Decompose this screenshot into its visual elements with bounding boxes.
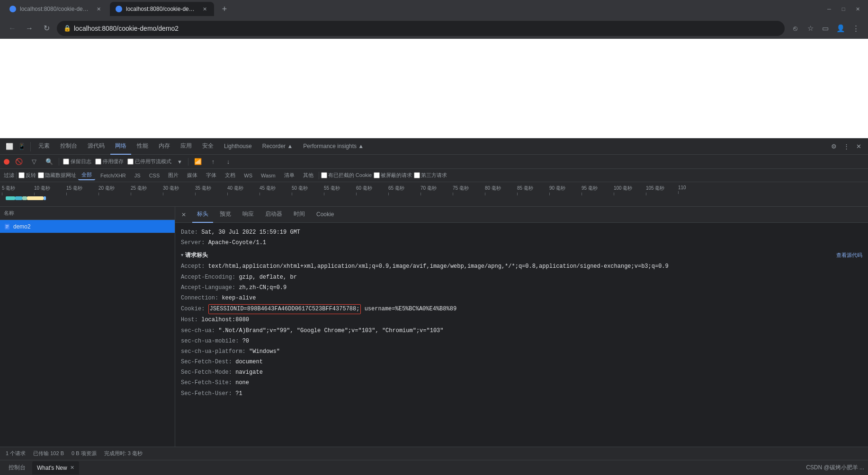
header-sec-ch-ua: sec-ch-ua: ".Not/A)Brand";v="99", "Googl…	[181, 326, 862, 335]
header-sec-ch-ua-platform: sec-ch-ua-platform: "Windows"	[181, 347, 862, 356]
tab-1-close[interactable]: ✕	[95, 5, 102, 13]
type-media-btn[interactable]: 媒体	[184, 171, 201, 180]
url-bar[interactable]: 🔒 localhost:8080/cookie-demo/demo2	[57, 21, 785, 36]
tab-network[interactable]: 网络	[110, 139, 131, 155]
detail-tab-headers[interactable]: 标头	[192, 207, 213, 223]
devtools-toolbar: ⬜ 📱 元素 控制台 源代码 网络 性能 内存 应用 安全 Lighthouse…	[0, 139, 868, 155]
disable-cache-checkbox[interactable]: 停用缓存	[95, 158, 124, 165]
tab-elements[interactable]: 元素	[34, 139, 54, 155]
address-bar-actions: ⎋ ☆ ▭ 👤 ⋮	[788, 22, 862, 35]
offline-mode-label[interactable]: 已停用节流模式	[127, 158, 171, 165]
type-js-btn[interactable]: JS	[131, 172, 144, 179]
tab-memory[interactable]: 内存	[154, 139, 175, 155]
type-font-btn[interactable]: 字体	[203, 171, 220, 180]
header-accept-language: Accept-Language: zh,zh-CN;q=0.9	[181, 283, 862, 292]
request-item-demo2[interactable]: demo2	[0, 220, 175, 233]
hide-data-checkbox[interactable]: 隐藏数据网址	[38, 172, 76, 179]
bottom-tab-whats-new[interactable]: What's New ✕	[32, 461, 79, 475]
type-wasm-btn[interactable]: Wasm	[258, 172, 279, 179]
wifi-icon[interactable]: 📶	[192, 156, 204, 167]
filter-sep-1	[59, 158, 59, 166]
new-tab-button[interactable]: +	[218, 2, 231, 16]
tab-recorder[interactable]: Recorder ▲	[258, 139, 298, 155]
bookmark-icon[interactable]: ☆	[804, 22, 817, 35]
filter-icon[interactable]: ▽	[28, 156, 40, 167]
detail-tab-response[interactable]: 响应	[238, 207, 259, 223]
type-all-btn[interactable]: 全部	[78, 170, 95, 180]
tab-application[interactable]: 应用	[176, 139, 197, 155]
tab-performance[interactable]: 性能	[132, 139, 153, 155]
timeline-tick: 110	[678, 185, 710, 194]
type-manifest-btn[interactable]: 清单	[281, 171, 298, 180]
header-sec-fetch-dest: Sec-Fetch-Dest: document	[181, 358, 862, 367]
whats-new-close-icon[interactable]: ✕	[70, 465, 74, 471]
tab-lighthouse[interactable]: Lighthouse	[219, 139, 257, 155]
close-devtools-icon[interactable]: ✕	[853, 141, 864, 152]
tab-console[interactable]: 控制台	[55, 139, 82, 155]
blocked-cookies-checkbox[interactable]: 有已拦截的 Cookie	[321, 172, 372, 179]
sidebar-icon[interactable]: ▭	[819, 22, 832, 35]
request-headers-section[interactable]: 请求标头 查看源代码	[181, 251, 862, 259]
cookie-highlight-value: JSESSIONID=898B4643FA46DD0617C523BFF4375…	[208, 304, 361, 314]
timeline-tick: 25 毫秒	[131, 185, 163, 195]
throttle-dropdown[interactable]: ▼	[175, 159, 184, 165]
type-css-btn[interactable]: CSS	[146, 172, 163, 179]
upload-icon[interactable]: ↑	[207, 156, 219, 167]
tab-sources[interactable]: 源代码	[83, 139, 109, 155]
timeline-tick: 20 毫秒	[98, 185, 131, 195]
timeline-ruler: 5 毫秒10 毫秒15 毫秒20 毫秒25 毫秒30 毫秒35 毫秒40 毫秒4…	[0, 182, 868, 195]
tab-1-label: localhost:8080/cookie-demo/...	[20, 6, 91, 12]
search-network-icon[interactable]: 🔍	[44, 156, 55, 167]
tab-1[interactable]: localhost:8080/cookie-demo/... ✕	[4, 2, 108, 16]
tab-2-label: localhost:8080/cookie-demo/...	[126, 6, 197, 12]
download-icon[interactable]: ↓	[223, 156, 234, 167]
more-options-icon[interactable]: ⋮	[841, 141, 852, 152]
timeline-tick: 105 毫秒	[646, 185, 678, 195]
request-list-header: 名称	[0, 207, 175, 220]
tab-security[interactable]: 安全	[197, 139, 218, 155]
close-details-button[interactable]: ✕	[179, 210, 188, 220]
tab-2-close[interactable]: ✕	[201, 5, 208, 13]
blocked-requests-checkbox[interactable]: 被屏蔽的请求	[374, 172, 412, 179]
svg-rect-3	[6, 228, 8, 228]
settings-icon[interactable]: ⚙	[828, 141, 840, 152]
type-fetch-xhr-btn[interactable]: Fetch/XHR	[97, 172, 129, 179]
detail-tab-cookie[interactable]: Cookie	[312, 207, 339, 223]
toolbar-separator-1	[30, 142, 31, 151]
view-source-link[interactable]: 查看源代码	[836, 252, 862, 259]
third-party-checkbox[interactable]: 第三方请求	[414, 172, 447, 179]
clear-button[interactable]: 🚫	[13, 156, 25, 167]
preserve-log-checkbox[interactable]: 保留日志	[63, 158, 91, 165]
record-button[interactable]	[4, 159, 9, 165]
timeline-tick: 15 毫秒	[66, 185, 98, 195]
type-img-btn[interactable]: 图片	[165, 171, 182, 180]
type-ws-btn[interactable]: WS	[241, 172, 256, 179]
maximize-button[interactable]: □	[837, 2, 850, 16]
minimize-button[interactable]: ─	[823, 2, 836, 16]
close-button[interactable]: ✕	[851, 2, 864, 16]
share-icon[interactable]: ⎋	[788, 22, 802, 35]
type-doc-btn[interactable]: 文档	[222, 171, 239, 180]
tab-performance-insights[interactable]: Performance insights ▲	[298, 139, 368, 155]
devtools-inspect-icon[interactable]: ⬜	[4, 141, 15, 152]
menu-icon[interactable]: ⋮	[849, 22, 862, 35]
timeline-tick: 85 毫秒	[517, 185, 549, 195]
tab-2[interactable]: localhost:8080/cookie-demo/... ✕	[110, 2, 214, 16]
detail-tab-initiator[interactable]: 启动器	[260, 207, 287, 223]
devtools-device-icon[interactable]: 📱	[16, 141, 27, 152]
profile-icon[interactable]: 👤	[834, 22, 847, 35]
filter-type-bar: 过滤 反转 隐藏数据网址 全部 Fetch/XHR JS CSS 图片 媒体 字…	[0, 169, 868, 182]
bottom-tab-console[interactable]: 控制台	[4, 461, 30, 475]
type-other-btn[interactable]: 其他	[300, 171, 317, 180]
refresh-button[interactable]: ↻	[40, 22, 53, 35]
timeline-bar-wait	[27, 196, 44, 200]
header-sec-ch-ua-mobile: sec-ch-ua-mobile: ?0	[181, 337, 862, 346]
forward-button[interactable]: →	[23, 22, 36, 35]
timeline-tick: 65 毫秒	[388, 185, 421, 195]
back-button[interactable]: ←	[6, 22, 19, 35]
tab-2-favicon	[116, 6, 122, 12]
request-item-name: demo2	[13, 223, 171, 230]
detail-tab-preview[interactable]: 预览	[215, 207, 236, 223]
detail-tab-timing[interactable]: 时间	[289, 207, 310, 223]
invert-checkbox[interactable]: 反转	[18, 172, 36, 179]
